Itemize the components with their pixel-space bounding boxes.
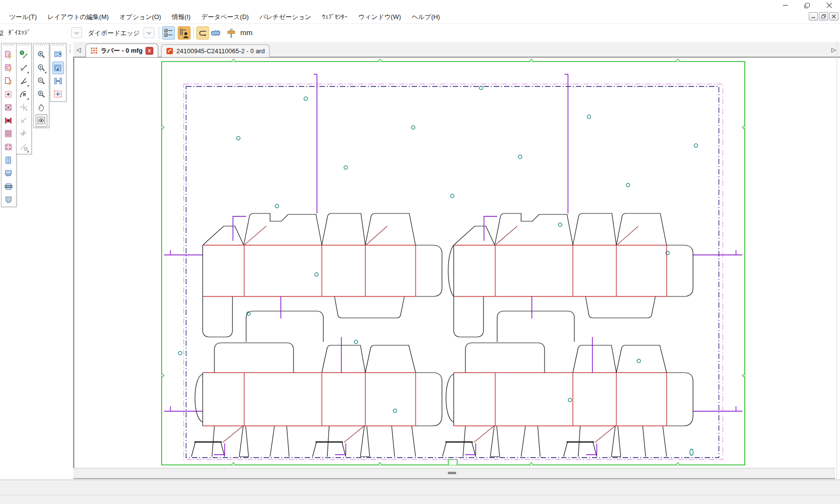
svg-text:R: R bbox=[23, 92, 26, 97]
pan-tool-icon bbox=[37, 103, 46, 112]
menu-item-2[interactable]: オプション(O) bbox=[114, 12, 167, 22]
die-edge-combo-dropdown[interactable] bbox=[71, 27, 82, 38]
rubber-grid-tool-button[interactable] bbox=[3, 127, 15, 140]
blue-holes-tool-button[interactable] bbox=[3, 167, 15, 180]
window-restore-button[interactable] bbox=[796, 0, 818, 11]
reverse-direction-button[interactable] bbox=[196, 26, 209, 40]
panel-width-tool-button[interactable] bbox=[52, 75, 64, 87]
teal-marker bbox=[236, 136, 240, 140]
rubber-add-dashed-tool-button[interactable] bbox=[3, 88, 15, 101]
palette-grip[interactable] bbox=[36, 44, 47, 48]
design-doc-icon bbox=[166, 47, 173, 55]
restore-icon bbox=[804, 2, 810, 9]
move-diagonal-tool-button[interactable] bbox=[18, 114, 30, 127]
menu-item-8[interactable]: ヘルプ(H) bbox=[406, 12, 445, 22]
document-close-button[interactable] bbox=[829, 12, 839, 21]
teal-marker bbox=[393, 409, 397, 412]
palette-grip[interactable] bbox=[19, 44, 29, 48]
menu-item-3[interactable]: 情報(I) bbox=[167, 12, 196, 22]
document-window-controls bbox=[809, 12, 839, 21]
palette-measure-tools: R bbox=[16, 43, 32, 154]
rubber-dots-tool-icon bbox=[4, 63, 14, 73]
measure-arrow-tool-button[interactable] bbox=[18, 62, 30, 74]
close-icon bbox=[826, 2, 832, 8]
menu-item-1[interactable]: レイアウトの編集(M) bbox=[42, 12, 114, 22]
drawing-canvas[interactable] bbox=[73, 58, 835, 468]
rubber-add-dots-tool-icon bbox=[4, 103, 14, 112]
close-icon bbox=[832, 14, 836, 19]
zoom-fit-tool-button[interactable] bbox=[52, 88, 64, 101]
teal-marker bbox=[587, 115, 590, 118]
menu-item-0[interactable]: ツール(T) bbox=[4, 12, 42, 22]
die-board-edge-combo-dropdown[interactable] bbox=[144, 27, 154, 38]
rubber-solid-tool-icon bbox=[4, 50, 14, 60]
zoom-select-tool-button[interactable] bbox=[36, 62, 47, 74]
layer-checklist-icon bbox=[163, 28, 174, 39]
measure-distance-tool-icon bbox=[19, 50, 29, 60]
teal-marker bbox=[304, 97, 307, 100]
tabbar-grip bbox=[69, 45, 71, 54]
layer-checklist-button[interactable] bbox=[162, 26, 175, 40]
blue-split-tool-button[interactable] bbox=[3, 180, 15, 193]
blue-bracket-tool-button[interactable] bbox=[3, 154, 15, 167]
die-edge-combo-value: ﾀﾞｲｴｯｼﾞ bbox=[8, 29, 31, 36]
document-restore-button[interactable] bbox=[819, 12, 828, 21]
move-copy-tool-button[interactable] bbox=[18, 141, 30, 153]
clipped-label: 型 bbox=[0, 29, 7, 38]
measure-angle-tool-icon bbox=[19, 76, 29, 86]
toolbar-separator bbox=[159, 27, 159, 39]
window-controls bbox=[774, 0, 840, 11]
layer-checklist-person-button[interactable] bbox=[178, 26, 190, 40]
document-tab-0[interactable]: ラバー - 0 mfgx bbox=[85, 43, 158, 57]
teal-marker bbox=[411, 126, 415, 129]
menu-items: ツール(T)レイアウトの編集(M)オプション(O)情報(I)データベース(D)パ… bbox=[4, 12, 445, 22]
tab-label: 24100945-C24110065-2 - 0 ard bbox=[176, 47, 265, 55]
add-panel-tool-button[interactable] bbox=[52, 48, 64, 61]
rubber-add-dashed-tool-icon bbox=[4, 89, 14, 99]
view-options-tool-button[interactable] bbox=[36, 114, 47, 127]
measure-distance-tool-button[interactable] bbox=[18, 48, 30, 61]
move-tool-button[interactable] bbox=[18, 101, 30, 114]
document-tab-1[interactable]: 24100945-C24110065-2 - 0 ard bbox=[161, 44, 270, 57]
palette-grip[interactable] bbox=[3, 44, 14, 48]
rubber-corner-dots-tool-button[interactable] bbox=[3, 141, 15, 153]
title-bar bbox=[0, 0, 840, 11]
panel-info-tool-button[interactable]: i bbox=[52, 62, 64, 74]
menu-item-5[interactable]: パレチゼーション bbox=[254, 12, 316, 22]
die-board-edge-combo-value: ダイボードエッジ bbox=[88, 29, 140, 38]
rubber-solid-tool-button[interactable] bbox=[3, 48, 15, 61]
rubber-dots-tool-button[interactable] bbox=[3, 62, 15, 74]
nest-layout-button[interactable] bbox=[209, 26, 222, 40]
margin-borders bbox=[184, 84, 723, 460]
teal-marker bbox=[275, 204, 278, 208]
zoom-out-tool-button[interactable] bbox=[36, 75, 47, 87]
rubber-cut-tool-button[interactable] bbox=[3, 114, 15, 127]
chevron-down-icon bbox=[74, 31, 79, 35]
pushpin-button[interactable] bbox=[225, 26, 237, 40]
minimize-icon bbox=[782, 2, 788, 8]
window-close-button[interactable] bbox=[818, 0, 840, 11]
menu-item-4[interactable]: データベース(D) bbox=[196, 12, 254, 22]
blue-fill-tool-button[interactable] bbox=[3, 193, 15, 206]
document-minimize-button[interactable] bbox=[809, 12, 818, 21]
menu-item-7[interactable]: ウィンドウ(W) bbox=[353, 12, 406, 22]
move-diagonal-tool-icon bbox=[19, 116, 29, 126]
zoom-in-tool-button[interactable] bbox=[36, 48, 47, 61]
measure-radius-tool-button[interactable]: R bbox=[18, 88, 30, 101]
measure-angle-tool-button[interactable] bbox=[18, 75, 30, 87]
menu-item-6[interactable]: ｳｪﾌﾞｾﾝﾀｰ bbox=[317, 12, 353, 22]
zoom-previous-tool-button[interactable] bbox=[36, 88, 47, 101]
scrollbar-thumb[interactable] bbox=[448, 472, 456, 474]
teal-marker bbox=[626, 183, 630, 187]
move-axis-tool-button[interactable] bbox=[18, 127, 30, 140]
tab-scroll-left-button[interactable]: ◁ bbox=[74, 45, 83, 55]
teal-marker bbox=[694, 144, 697, 147]
palette-grip[interactable] bbox=[52, 44, 64, 48]
pan-tool-button[interactable] bbox=[36, 101, 47, 114]
window-minimize-button[interactable] bbox=[774, 0, 796, 11]
teal-marker bbox=[518, 155, 522, 158]
canvas-horizontal-scrollbar[interactable] bbox=[73, 468, 835, 479]
rubber-add-dots-tool-button[interactable] bbox=[3, 101, 15, 114]
tab-close-button[interactable]: x bbox=[146, 47, 153, 55]
rubber-outline-tool-button[interactable] bbox=[3, 75, 15, 87]
